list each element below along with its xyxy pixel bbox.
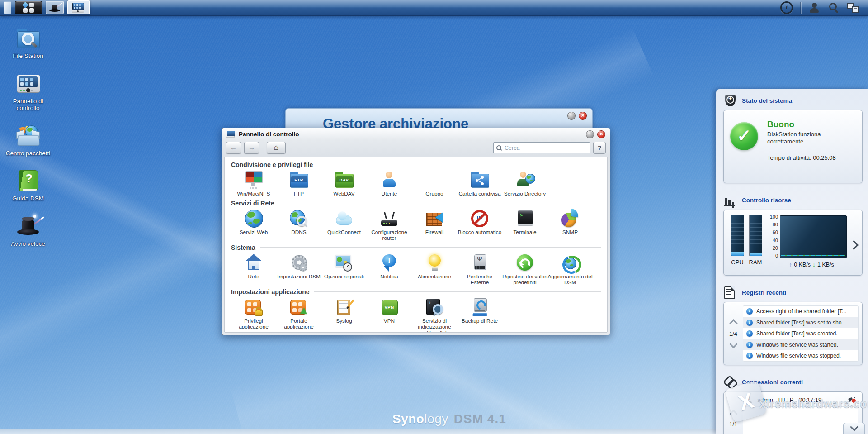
desktop-icon-package-center[interactable]: Centro pacchetti: [4, 124, 52, 157]
cp-item-regional-options[interactable]: Opzioni regionali: [321, 252, 367, 286]
shared-folder-icon: [469, 170, 490, 190]
control-panel-titlebar[interactable]: Pannello di controllo: [222, 128, 610, 140]
desktop-icon-control-panel[interactable]: Pannello di controllo: [4, 72, 52, 111]
cp-item-power[interactable]: Alimentazione: [412, 252, 457, 286]
desktop: Syno logy DSM 4.1: [0, 0, 868, 434]
recent-logs-card: 1/4 Access right of the shared folder [T…: [723, 302, 863, 365]
cp-item-external-devices[interactable]: Ψ Periferiche Esterne: [457, 252, 502, 286]
block-ip-icon: IP: [469, 209, 490, 229]
cp-item-terminal[interactable]: >_ Terminale: [502, 207, 547, 242]
window-controls: [586, 130, 605, 138]
minimize-button[interactable]: [586, 130, 594, 138]
quick-launch-icon: [15, 214, 41, 238]
help-button[interactable]: ?: [593, 142, 606, 154]
home-button[interactable]: ⌂: [267, 142, 286, 154]
document-icon: [724, 286, 735, 299]
chevron-down-icon: [850, 423, 858, 431]
system-health-header: Stato del sistema: [716, 89, 868, 109]
cp-item-auto-block[interactable]: IP Blocco automatico: [457, 207, 502, 242]
resource-monitor-expand-chevron[interactable]: [849, 240, 859, 249]
cp-item-web-services[interactable]: Servizi Web: [231, 207, 276, 242]
cp-item-win-mac-nfs[interactable]: Win/Mac/NFS: [231, 169, 276, 197]
network-axis: 100 80 60 40 20 0: [767, 215, 780, 258]
sidebar-collapse-button[interactable]: [843, 423, 865, 434]
taskbar-item-control-panel[interactable]: [67, 0, 90, 14]
cp-item-ddns[interactable]: DDNS: [276, 207, 321, 242]
cp-item-media-indexing[interactable]: ♪ Servizio di indicizzazione multimedial…: [412, 296, 457, 333]
cp-item-directory-service[interactable]: Servizio Directory: [502, 169, 547, 197]
main-menu-icon: [22, 2, 28, 8]
network-graph-line: [781, 255, 845, 257]
control-panel-window: Pannello di controllo ← → ⌂ ? Condivisio…: [222, 128, 610, 335]
cp-item-group[interactable]: Gruppo: [412, 169, 457, 197]
cp-item-app-portal[interactable]: Portale applicazione: [276, 296, 321, 333]
control-panel-toolbar: ← → ⌂ ?: [222, 140, 610, 155]
cp-item-app-privileges[interactable]: Privilegi applicazione: [231, 296, 276, 333]
taskbar: [0, 0, 868, 16]
control-panel-icon: [226, 131, 236, 138]
taskbar-item-quick-launch[interactable]: [46, 1, 64, 14]
log-row: Shared folder [Test] was created.: [743, 328, 858, 339]
close-button[interactable]: [597, 130, 605, 138]
bar-chart-icon: [724, 196, 735, 206]
cp-item-snmp[interactable]: SNMP: [547, 207, 593, 242]
directory-service-icon: [514, 170, 535, 190]
brand-bold: Syno: [392, 412, 424, 426]
gauge-label: RAM: [747, 259, 764, 266]
search-icon[interactable]: [827, 2, 839, 14]
monitor-icon: [243, 170, 264, 190]
cp-item-dsm-update[interactable]: Aggiornamento del DSM: [547, 252, 593, 286]
pager-down-icon[interactable]: [729, 430, 737, 434]
cp-item-syslog[interactable]: Syslog: [321, 296, 367, 333]
cp-item-ftp[interactable]: FTP FTP: [276, 169, 321, 197]
minimize-button[interactable]: [567, 112, 576, 120]
cp-item-quickconnect[interactable]: QuickConnect: [321, 207, 367, 242]
forward-button[interactable]: →: [244, 142, 259, 154]
cp-item-network[interactable]: Rete: [231, 252, 276, 286]
ftp-folder-icon: FTP: [288, 170, 309, 190]
window-title: Pannello di controllo: [239, 131, 299, 138]
pilot-view-icon[interactable]: [846, 2, 859, 13]
back-button[interactable]: ←: [226, 142, 241, 154]
file-station-icon: [15, 26, 41, 50]
health-status: Buono: [767, 119, 840, 129]
search-input[interactable]: [504, 144, 587, 152]
section-system: Sistema Rete Impostazioni DSM Opzioni re…: [231, 244, 601, 286]
cp-item-network-backup[interactable]: Backup di Rete: [457, 296, 502, 333]
desktop-icon-dsm-help[interactable]: ? Guida DSM: [4, 169, 52, 202]
cp-item-dsm-settings[interactable]: Impostazioni DSM: [276, 252, 321, 286]
cpu-gauge: [731, 215, 744, 256]
cp-item-router-config[interactable]: Configurazione router: [367, 207, 412, 242]
package-center-icon: [15, 124, 41, 147]
cp-item-vpn[interactable]: VPN VPN: [367, 296, 412, 333]
link-icon: [724, 376, 736, 388]
cp-item-user[interactable]: Utente: [367, 169, 412, 197]
desktop-icon-label: Centro pacchetti: [4, 150, 52, 157]
cp-item-webdav[interactable]: DAV WebDAV: [321, 169, 367, 197]
info-icon: [746, 342, 753, 348]
gauge-label: CPU: [729, 259, 745, 266]
desktop-icon-file-station[interactable]: File Station: [4, 26, 52, 59]
info-icon[interactable]: [780, 1, 793, 14]
user-icon[interactable]: [808, 2, 820, 14]
shield-icon: [725, 95, 736, 106]
cp-item-restore-defaults[interactable]: Ripristino dei valori predefiniti: [502, 252, 547, 286]
router-icon: [379, 209, 400, 229]
cp-item-firewall[interactable]: Firewall: [412, 207, 457, 242]
media-index-icon: ♪: [424, 297, 445, 317]
cp-item-shared-folder[interactable]: Cartella condivisa: [457, 169, 502, 197]
pager-down-icon[interactable]: [729, 340, 737, 348]
section-application-settings: Impostazioni applicazione Privilegi appl…: [231, 288, 601, 333]
storage-manager-window[interactable]: Gestore archiviazione: [285, 108, 593, 129]
restore-defaults-icon: [514, 253, 535, 273]
desktop-icon-quick-launch[interactable]: Avvio veloce: [4, 214, 52, 247]
log-row: Shared folder [Test] was set to sho...: [743, 317, 858, 329]
close-button[interactable]: [579, 112, 587, 120]
pager-up-icon[interactable]: [729, 319, 737, 327]
cp-item-notification[interactable]: ! Notifica: [367, 252, 412, 286]
main-menu-button[interactable]: [15, 1, 42, 14]
dsm-update-icon: [560, 253, 580, 273]
search-box: [493, 142, 590, 153]
desktop-icon-label: Avvio veloce: [4, 240, 52, 247]
show-desktop-button[interactable]: [4, 1, 11, 14]
